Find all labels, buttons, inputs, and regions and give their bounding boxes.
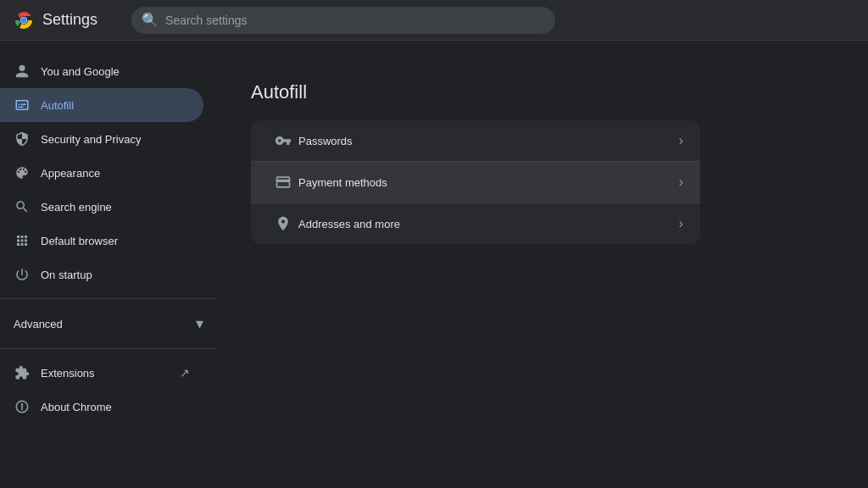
sidebar-item-security-privacy[interactable]: Security and Privacy xyxy=(0,122,203,156)
page-title: Autofill xyxy=(251,81,834,103)
sidebar-item-label: Autofill xyxy=(41,99,74,112)
passwords-label: Passwords xyxy=(298,135,679,147)
shield-icon xyxy=(14,130,31,147)
about-chrome-icon xyxy=(14,398,31,415)
extension-icon xyxy=(14,364,31,381)
sidebar-item-autofill[interactable]: Autofill xyxy=(0,88,203,122)
sidebar-item-label: On startup xyxy=(41,269,92,281)
chevron-right-icon: › xyxy=(679,133,683,148)
app-title: Settings xyxy=(42,11,97,29)
chevron-right-icon: › xyxy=(679,175,683,190)
app-logo: Settings xyxy=(14,10,97,30)
sidebar-item-label: You and Google xyxy=(41,65,120,78)
sidebar: You and Google Autofill Security and Pri… xyxy=(0,0,217,488)
search-bar-icon: 🔍 xyxy=(142,12,159,28)
payment-methods-row[interactable]: Payment methods › xyxy=(251,162,700,203)
palette-icon xyxy=(14,164,31,181)
passwords-row[interactable]: Passwords › xyxy=(251,120,700,162)
autofill-icon xyxy=(14,97,31,114)
sidebar-divider xyxy=(0,298,217,299)
app-header: Settings 🔍 xyxy=(0,0,868,41)
advanced-section-header[interactable]: Advanced ▾ xyxy=(0,306,217,341)
external-link-icon: ↗ xyxy=(180,366,190,380)
advanced-label: Advanced xyxy=(14,318,63,330)
sidebar-item-label: Search engine xyxy=(41,201,112,214)
sidebar-item-you-and-google[interactable]: You and Google xyxy=(0,54,203,88)
sidebar-item-appearance[interactable]: Appearance xyxy=(0,156,203,190)
sidebar-item-label: Default browser xyxy=(41,235,118,247)
sidebar-item-about-chrome[interactable]: About Chrome xyxy=(0,390,203,424)
sidebar-item-search-engine[interactable]: Search engine xyxy=(0,190,203,224)
key-icon xyxy=(268,132,298,149)
power-icon xyxy=(14,266,31,283)
addresses-label: Addresses and more xyxy=(298,218,679,230)
sidebar-item-label: Appearance xyxy=(41,167,100,180)
sidebar-item-label: About Chrome xyxy=(41,401,112,413)
main-content: Autofill Passwords › Payment methods › A… xyxy=(217,0,868,488)
location-icon xyxy=(268,215,298,232)
search-bar-container: 🔍 xyxy=(131,7,555,34)
search-icon xyxy=(14,198,31,215)
sidebar-item-on-startup[interactable]: On startup xyxy=(0,258,203,291)
addresses-row[interactable]: Addresses and more › xyxy=(251,203,700,244)
person-icon xyxy=(14,63,31,80)
svg-point-1 xyxy=(21,17,27,23)
sidebar-item-default-browser[interactable]: Default browser xyxy=(0,224,203,258)
sidebar-item-label: Security and Privacy xyxy=(41,133,142,146)
chrome-logo-icon xyxy=(14,10,34,30)
chevron-down-icon: ▾ xyxy=(196,314,203,333)
autofill-settings-card: Passwords › Payment methods › Addresses … xyxy=(251,120,700,244)
payment-methods-label: Payment methods xyxy=(298,176,679,189)
sidebar-item-extensions[interactable]: Extensions ↗ xyxy=(0,356,203,390)
search-input[interactable] xyxy=(131,7,555,34)
sidebar-divider-2 xyxy=(0,348,217,349)
sidebar-item-label: Extensions xyxy=(41,367,95,380)
credit-card-icon xyxy=(268,174,298,191)
chevron-right-icon: › xyxy=(679,216,683,231)
window-icon xyxy=(14,232,31,249)
